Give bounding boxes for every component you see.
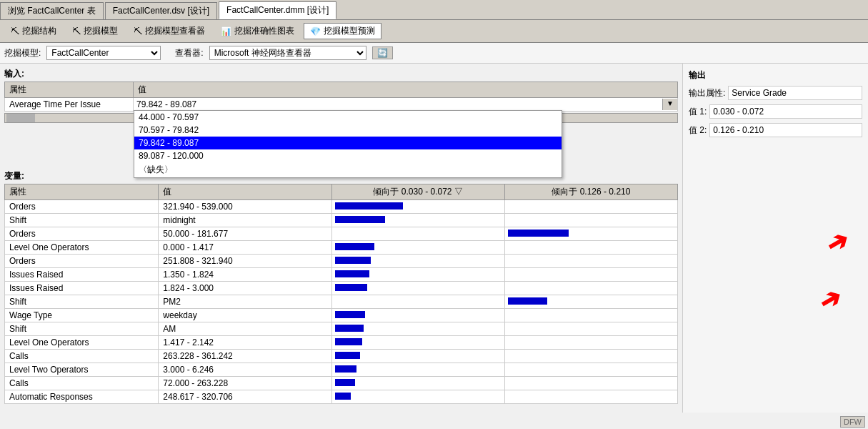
var-bar2-9 — [504, 322, 677, 336]
var-col-bar1: 倾向于 0.030 - 0.072 ▽ — [331, 184, 504, 200]
bar1-fill-12 — [335, 365, 356, 373]
tab-dsv[interactable]: FactCallCenter.dsv [设计] — [105, 2, 217, 19]
var-val-11: 263.228 - 361.242 — [159, 350, 331, 363]
variables-table: 属性 值 倾向于 0.030 - 0.072 ▽ 倾向于 0.126 - 0.2… — [4, 184, 678, 404]
var-bar1-9 — [331, 322, 504, 336]
toolbar-btn-model[interactable]: ⛏ 挖掘模型 — [66, 23, 124, 39]
var-bar1-7 — [331, 295, 504, 309]
var-attr-5: Issues Raised — [5, 268, 159, 282]
viewer-select[interactable]: Microsoft 神经网络查看器 — [209, 46, 366, 60]
var-val-7: PM2 — [159, 295, 331, 309]
input-section: 输入: 属性 值 Average Time Per Issue — [4, 68, 678, 124]
var-bar1-1 — [331, 214, 504, 227]
red-arrow-1: ➔ — [821, 224, 854, 260]
viewer-label: 查看器: — [175, 47, 203, 59]
output-attr-row: 输出属性: Service Grade — [689, 86, 862, 100]
var-attr-7: Shift — [5, 295, 159, 309]
toolbar-btn-accuracy[interactable]: 📊 挖掘准确性图表 — [214, 23, 301, 39]
var-val-6: 1.824 - 3.000 — [159, 282, 331, 295]
tab-dmm[interactable]: FactCallCenter.dmm [设计] — [219, 1, 336, 19]
bar1-fill-1 — [335, 216, 385, 223]
var-val-12: 3.000 - 6.246 — [159, 363, 331, 377]
dropdown-item-2[interactable]: 79.842 - 89.087 — [134, 137, 562, 149]
var-row-11: Calls263.228 - 361.242 — [5, 350, 678, 363]
dropdown-item-4[interactable]: 〈缺失〉 — [134, 162, 562, 177]
var-row-6: Issues Raised1.824 - 3.000 — [5, 282, 678, 295]
model-icon: ⛏ — [72, 26, 81, 36]
left-panel: 输入: 属性 值 Average Time Per Issue — [0, 64, 682, 413]
var-val-9: AM — [159, 322, 331, 336]
var-attr-6: Issues Raised — [5, 282, 159, 295]
bar1-fill-6 — [335, 284, 367, 291]
dropdown-item-1[interactable]: 70.597 - 79.842 — [134, 124, 562, 137]
val1-value: 0.030 - 0.072 — [709, 104, 862, 119]
dropdown-container: 79.842 - 89.087 ▼ 44.000 - 70.597 70.597… — [134, 99, 677, 110]
var-row-2: Orders50.000 - 181.677 — [5, 227, 678, 241]
var-row-8: Wage Typeweekday — [5, 309, 678, 322]
scrollbar-thumb — [6, 114, 35, 122]
var-bar1-8 — [331, 309, 504, 322]
input-col-val: 值 — [134, 82, 678, 98]
var-val-4: 251.808 - 321.940 — [159, 255, 331, 268]
var-row-13: Calls72.000 - 263.228 — [5, 377, 678, 390]
val1-label: 值 1: — [689, 106, 707, 118]
input-row-0: Average Time Per Issue 79.842 - 89.087 ▼ — [5, 98, 678, 112]
var-attr-2: Orders — [5, 227, 159, 241]
dropdown-value: 79.842 - 89.087 — [134, 99, 662, 110]
output-attr-label: 输出属性: — [689, 87, 725, 99]
model-label: 挖掘模型: — [4, 47, 41, 59]
var-row-5: Issues Raised1.350 - 1.824 — [5, 268, 678, 282]
bar1-fill-10 — [335, 338, 362, 345]
var-val-10: 1.417 - 2.142 — [159, 336, 331, 350]
var-bar2-13 — [504, 377, 677, 390]
input-title: 输入: — [4, 68, 678, 80]
content-area: 输入: 属性 值 Average Time Per Issue — [0, 64, 868, 413]
var-bar1-11 — [331, 350, 504, 363]
var-bar1-0 — [331, 200, 504, 214]
val1-row: 值 1: 0.030 - 0.072 — [689, 104, 862, 119]
dropdown-item-3[interactable]: 89.087 - 120.000 — [134, 149, 562, 162]
refresh-button[interactable]: 🔄 — [372, 46, 393, 59]
var-bar2-3 — [504, 241, 677, 255]
viewer-icon: ⛏ — [134, 26, 142, 36]
var-attr-4: Orders — [5, 255, 159, 268]
var-bar1-6 — [331, 282, 504, 295]
var-attr-0: Orders — [5, 200, 159, 214]
tab-browse[interactable]: 浏览 FactCallCenter 表 — [0, 2, 104, 19]
output-attr-value: Service Grade — [728, 86, 862, 100]
dropdown-arrow-icon[interactable]: ▼ — [662, 99, 677, 110]
input-col-attr: 属性 — [5, 82, 134, 98]
bar1-fill-4 — [335, 257, 371, 264]
tab-bar: 浏览 FactCallCenter 表 FactCallCenter.dsv [… — [0, 0, 868, 20]
var-bar2-4 — [504, 255, 677, 268]
var-attr-10: Level One Operators — [5, 336, 159, 350]
var-row-10: Level One Operators1.417 - 2.142 — [5, 336, 678, 350]
var-attr-9: Shift — [5, 322, 159, 336]
var-row-9: ShiftAM — [5, 322, 678, 336]
var-col-bar2: 倾向于 0.126 - 0.210 — [504, 184, 677, 200]
dropdown-list: 44.000 - 70.597 70.597 - 79.842 79.842 -… — [134, 110, 562, 178]
var-val-5: 1.350 - 1.824 — [159, 268, 331, 282]
variables-section: 变量: 属性 值 倾向于 0.030 - 0.072 ▽ 倾向于 0.126 -… — [4, 170, 678, 408]
var-row-14: Automatic Responses248.617 - 320.706 — [5, 390, 678, 404]
input-val-cell-0: 79.842 - 89.087 ▼ 44.000 - 70.597 70.597… — [134, 98, 678, 112]
val2-value: 0.126 - 0.210 — [709, 123, 862, 137]
dropdown-trigger[interactable]: 79.842 - 89.087 ▼ — [134, 99, 677, 110]
dropdown-item-0[interactable]: 44.000 - 70.597 — [134, 111, 562, 124]
toolbar-btn-predict[interactable]: 💎 挖掘模型预测 — [304, 23, 381, 39]
var-attr-11: Calls — [5, 350, 159, 363]
right-panel: 输出 输出属性: Service Grade 值 1: 0.030 - 0.07… — [682, 64, 868, 413]
var-bar2-7 — [504, 295, 677, 309]
bar2-fill-7 — [508, 297, 547, 305]
variables-table-container[interactable]: 属性 值 倾向于 0.030 - 0.072 ▽ 倾向于 0.126 - 0.2… — [4, 184, 678, 408]
var-col-val: 值 — [159, 184, 331, 200]
toolbar-btn-viewer[interactable]: ⛏ 挖掘模型查看器 — [127, 23, 211, 39]
toolbar-btn-structure[interactable]: ⛏ 挖掘结构 — [4, 23, 63, 39]
output-title: 输出 — [689, 69, 862, 82]
var-bar1-3 — [331, 241, 504, 255]
var-val-8: weekday — [159, 309, 331, 322]
model-select[interactable]: FactCallCenter — [46, 46, 161, 60]
bar1-fill-8 — [335, 311, 365, 318]
var-bar1-10 — [331, 336, 504, 350]
var-bar1-2 — [331, 227, 504, 241]
